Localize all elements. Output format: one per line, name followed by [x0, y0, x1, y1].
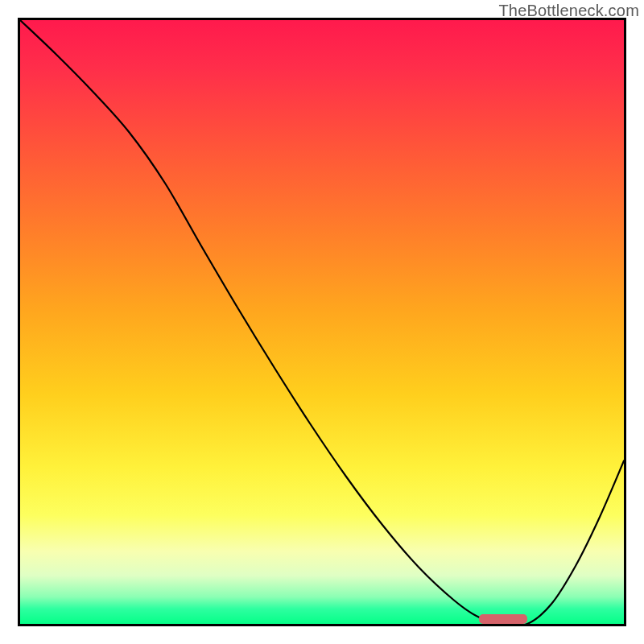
chart-container: TheBottleneck.com — [0, 0, 644, 644]
optimal-marker — [479, 614, 527, 624]
curve-svg — [20, 20, 624, 624]
plot-area — [18, 18, 626, 626]
bottleneck-curve — [20, 20, 624, 624]
